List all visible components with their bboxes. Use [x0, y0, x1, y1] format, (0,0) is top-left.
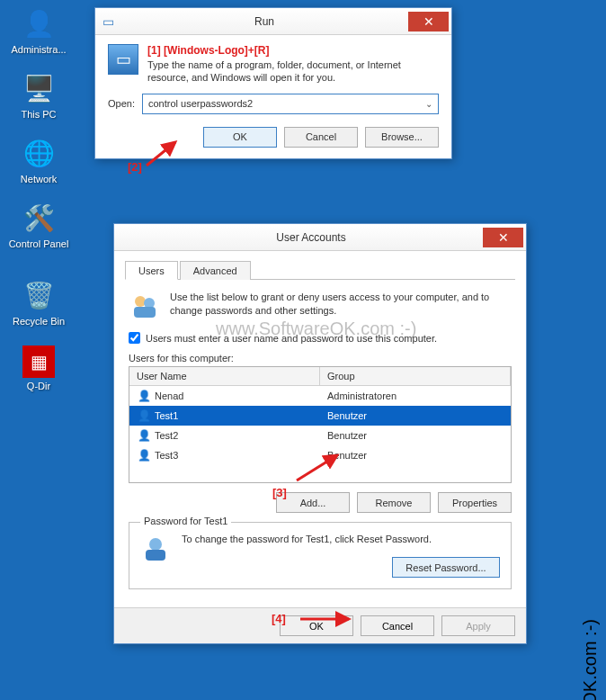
require-password-checkbox[interactable]: [129, 332, 140, 344]
remove-button[interactable]: Remove: [357, 492, 431, 513]
cell-group: Benutzer: [327, 430, 367, 441]
user-row-icon: 👤: [137, 428, 151, 443]
open-input[interactable]: control userpasswords2 ⌄: [142, 94, 439, 114]
list-header[interactable]: User Name Group: [129, 367, 511, 386]
watermark-side: www.SoftwareOK.com :-): [580, 619, 601, 700]
desktop-icon-recycle-bin[interactable]: 🗑️ Recycle Bin: [7, 277, 70, 327]
col-username[interactable]: User Name: [129, 367, 320, 385]
fieldset-legend: Password for Test1: [140, 516, 231, 526]
cell-group: Benutzer: [327, 450, 367, 461]
svg-rect-3: [134, 307, 156, 318]
reset-password-button[interactable]: Reset Password...: [392, 557, 500, 578]
run-dialog: ▭ Run ✕ ▭ [1] [Windows-Logo]+[R] Type th…: [94, 7, 452, 159]
chevron-down-icon[interactable]: ⌄: [425, 99, 432, 109]
desktop-icon-this-pc[interactable]: 🖥️ This PC: [7, 70, 70, 120]
cell-username: Test1: [155, 410, 178, 421]
icon-label: Administra...: [7, 44, 70, 55]
tab-advanced[interactable]: Advanced: [180, 261, 251, 280]
icon-label: Recycle Bin: [7, 316, 70, 327]
svg-point-1: [135, 296, 146, 307]
run-description: Type the name of a program, folder, docu…: [147, 58, 439, 85]
tab-users[interactable]: Users: [125, 261, 178, 280]
cell-username: Test3: [155, 450, 178, 461]
desktop-icon-qdir[interactable]: ▦ Q-Dir: [7, 346, 70, 391]
pc-icon: 🖥️: [21, 70, 57, 106]
icon-label: Q-Dir: [7, 381, 70, 391]
control-panel-icon: 🛠️: [21, 200, 57, 236]
close-button[interactable]: ✕: [483, 228, 523, 247]
password-fieldset: Password for Test1 To change the passwor…: [129, 522, 512, 589]
desktop-icon-administrator[interactable]: 👤 Administra...: [7, 5, 70, 55]
cancel-button[interactable]: Cancel: [284, 127, 358, 148]
cell-group: Administratoren: [327, 390, 397, 401]
ua-title: User Accounts: [139, 231, 483, 244]
users-list-label: Users for this computer:: [129, 353, 512, 363]
users-list[interactable]: User Name Group 👤NenadAdministratoren👤Te…: [129, 366, 512, 483]
icon-label: This PC: [7, 109, 70, 120]
cancel-button[interactable]: Cancel: [361, 615, 434, 636]
icon-label: Network: [7, 174, 70, 184]
user-row-icon: 👤: [137, 448, 151, 462]
apply-button[interactable]: Apply: [441, 615, 515, 636]
desktop-icon-network[interactable]: 🌐 Network: [7, 135, 70, 184]
fieldset-text: To change the password for Test1, click …: [182, 534, 500, 544]
cell-username: Nenad: [155, 390, 183, 401]
blank-title-icon: [114, 225, 139, 250]
properties-button[interactable]: Properties: [438, 492, 512, 513]
icon-label: Control Panel: [7, 238, 70, 249]
open-label: Open:: [108, 98, 135, 109]
cell-username: Test2: [155, 430, 178, 441]
run-title-icon: ▭: [95, 9, 120, 34]
table-row[interactable]: 👤Test1Benutzer: [129, 406, 511, 426]
cell-group: Benutzer: [327, 410, 367, 421]
table-row[interactable]: 👤NenadAdministratoren: [129, 386, 511, 406]
ok-button[interactable]: OK: [203, 127, 277, 148]
annotation-2: [2]: [128, 160, 142, 174]
run-title: Run: [120, 15, 408, 28]
table-row[interactable]: 👤Test3Benutzer: [129, 445, 511, 465]
browse-button[interactable]: Browse...: [365, 127, 439, 148]
ok-button[interactable]: OK: [280, 615, 353, 636]
run-app-icon: ▭: [108, 44, 138, 75]
desktop-icon-control-panel[interactable]: 🛠️ Control Panel: [7, 200, 70, 249]
qdir-icon: ▦: [22, 346, 55, 378]
open-value: control userpasswords2: [148, 98, 253, 109]
user-icon: 👤: [21, 5, 57, 41]
network-icon: 🌐: [21, 135, 57, 171]
user-accounts-dialog: User Accounts ✕ Users Advanced Use the l…: [113, 223, 527, 644]
annotation-1: [1] [Windows-Logo]+[R]: [147, 44, 439, 57]
user-row-icon: 👤: [137, 389, 151, 403]
require-password-label: Users must enter a user name and passwor…: [146, 333, 437, 344]
ua-intro-text: Use the list below to grant or deny user…: [170, 291, 512, 323]
user-row-icon: 👤: [137, 408, 151, 423]
svg-point-4: [149, 538, 162, 551]
run-titlebar[interactable]: ▭ Run ✕: [95, 8, 451, 35]
recycle-bin-icon: 🗑️: [21, 277, 57, 313]
users-icon: [129, 291, 161, 323]
svg-rect-5: [146, 550, 165, 561]
user-avatar-icon: [140, 534, 171, 564]
ua-titlebar[interactable]: User Accounts ✕: [114, 224, 526, 251]
table-row[interactable]: 👤Test2Benutzer: [129, 426, 511, 445]
add-button[interactable]: Add...: [276, 492, 350, 513]
col-group[interactable]: Group: [320, 367, 511, 385]
close-button[interactable]: ✕: [408, 12, 449, 31]
